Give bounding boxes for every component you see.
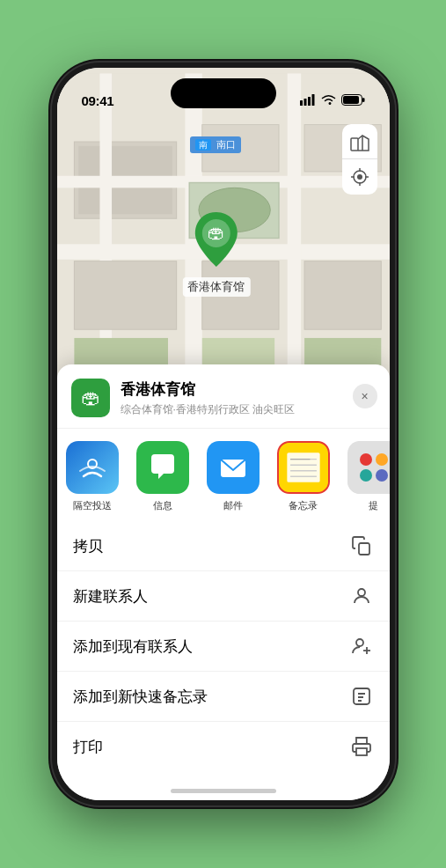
place-subtitle: 综合体育馆·香港特别行政区 油尖旺区 xyxy=(121,402,376,417)
svg-rect-6 xyxy=(343,96,359,104)
more-label: 提 xyxy=(369,499,378,512)
share-app-notes[interactable]: 备忘录 xyxy=(268,441,339,512)
svg-point-45 xyxy=(360,453,372,466)
share-app-more[interactable]: 提 xyxy=(339,441,390,512)
place-name: 香港体育馆 xyxy=(121,379,376,400)
svg-rect-19 xyxy=(74,261,176,330)
signal-icon xyxy=(300,94,316,108)
svg-point-47 xyxy=(360,469,372,482)
map-controls xyxy=(342,124,377,195)
more-icon xyxy=(347,441,390,494)
phone-screen: 09:41 xyxy=(57,68,390,800)
place-avatar: 🏟 xyxy=(71,379,110,417)
place-info: 香港体育馆 综合体育馆·香港特别行政区 油尖旺区 xyxy=(121,379,376,417)
add-quick-note-icon xyxy=(349,684,374,709)
location-pin: 🏟 香港体育馆 xyxy=(182,209,250,297)
svg-rect-25 xyxy=(351,138,358,151)
action-copy[interactable]: 拷贝 xyxy=(57,521,390,571)
action-list: 拷贝 新建联系人 xyxy=(57,521,390,789)
svg-rect-3 xyxy=(311,94,314,106)
new-contact-icon xyxy=(349,584,374,608)
wifi-icon xyxy=(321,94,336,108)
mail-icon xyxy=(207,441,260,494)
share-apps-row: 隔空投送 信息 xyxy=(57,429,390,521)
svg-rect-38 xyxy=(287,452,319,482)
pin-label: 香港体育馆 xyxy=(182,277,250,297)
svg-point-48 xyxy=(376,469,388,482)
svg-rect-44 xyxy=(347,441,390,494)
svg-point-50 xyxy=(358,589,365,596)
svg-point-51 xyxy=(356,639,363,646)
pin-svg: 🏟 xyxy=(192,209,241,270)
messages-icon xyxy=(136,441,189,494)
home-indicator xyxy=(171,789,276,793)
map-type-button[interactable] xyxy=(342,124,377,159)
action-new-contact[interactable]: 新建联系人 xyxy=(57,571,390,622)
svg-text:🏟: 🏟 xyxy=(208,223,225,242)
road-label: 南 南口 xyxy=(190,136,241,153)
airdrop-icon xyxy=(66,441,119,494)
svg-point-32 xyxy=(357,174,362,180)
status-icons xyxy=(300,94,365,108)
svg-rect-2 xyxy=(308,97,311,106)
add-existing-icon xyxy=(349,634,374,658)
status-time: 09:41 xyxy=(82,93,114,108)
svg-rect-5 xyxy=(362,98,365,102)
copy-label: 拷贝 xyxy=(73,536,103,556)
place-header: 🏟 香港体育馆 综合体育馆·香港特别行政区 油尖旺区 × xyxy=(57,364,390,429)
svg-rect-0 xyxy=(300,100,303,106)
add-existing-label: 添加到现有联系人 xyxy=(73,636,193,657)
svg-rect-49 xyxy=(359,543,369,555)
action-print[interactable]: 打印 xyxy=(57,722,390,771)
notes-icon xyxy=(277,441,330,494)
bottom-sheet: 🏟 香港体育馆 综合体育馆·香港特别行政区 油尖旺区 × xyxy=(57,364,390,800)
mail-label: 邮件 xyxy=(223,499,243,512)
copy-icon xyxy=(349,533,374,558)
svg-rect-54 xyxy=(354,688,369,704)
battery-icon xyxy=(341,94,365,108)
location-button[interactable] xyxy=(342,159,377,195)
dynamic-island xyxy=(171,78,276,108)
svg-rect-18 xyxy=(304,261,381,330)
share-app-airdrop[interactable]: 隔空投送 xyxy=(57,441,128,512)
share-app-mail[interactable]: 邮件 xyxy=(198,441,268,512)
svg-rect-58 xyxy=(356,748,367,755)
airdrop-label: 隔空投送 xyxy=(73,499,112,512)
messages-label: 信息 xyxy=(153,499,172,512)
phone-frame: 09:41 xyxy=(52,63,395,805)
close-button[interactable]: × xyxy=(353,384,377,408)
print-label: 打印 xyxy=(73,737,103,757)
action-add-quick-note[interactable]: 添加到新快速备忘录 xyxy=(57,672,390,722)
notes-label: 备忘录 xyxy=(289,499,318,512)
print-icon xyxy=(349,734,374,759)
svg-point-46 xyxy=(376,453,388,466)
new-contact-label: 新建联系人 xyxy=(73,586,148,607)
share-app-messages[interactable]: 信息 xyxy=(128,441,198,512)
add-quick-note-label: 添加到新快速备忘录 xyxy=(73,687,208,707)
svg-rect-1 xyxy=(303,99,306,106)
action-add-existing[interactable]: 添加到现有联系人 xyxy=(57,622,390,672)
